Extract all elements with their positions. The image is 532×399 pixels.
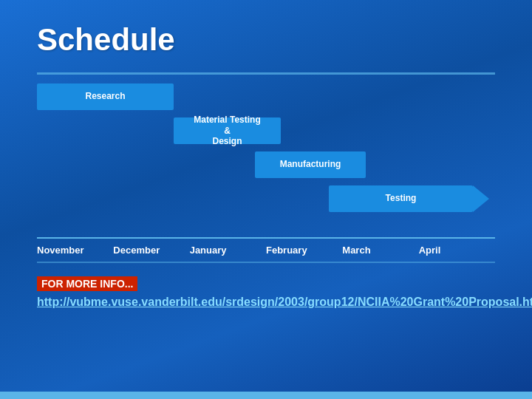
timeline-axis: November December January February March… xyxy=(37,237,495,256)
top-divider xyxy=(37,72,495,75)
for-more-info-label: FOR MORE INFO... xyxy=(37,278,495,290)
page-title: Schedule xyxy=(37,22,495,58)
gantt-chart: Research Material Testing&Design Manufac… xyxy=(37,83,495,231)
month-november: November xyxy=(37,245,113,256)
bottom-divider xyxy=(37,262,495,263)
research-bar: Research xyxy=(37,83,174,110)
month-february: February xyxy=(266,245,342,256)
manufacturing-bar: Manufacturing xyxy=(255,151,366,178)
month-april: April xyxy=(419,245,495,256)
footer-section: FOR MORE INFO... http://vubme.vuse.vande… xyxy=(37,278,495,310)
page-container: Schedule Research Material Testing&Desig… xyxy=(0,0,532,399)
month-march: March xyxy=(342,245,418,256)
testing-bar: Testing xyxy=(329,185,473,212)
material-testing-bar: Material Testing&Design xyxy=(174,117,281,144)
bottom-accent-bar xyxy=(0,392,532,399)
month-january: January xyxy=(190,245,266,256)
footer-link[interactable]: http://vubme.vuse.vanderbilt.edu/srdesig… xyxy=(37,294,495,310)
month-december: December xyxy=(113,245,189,256)
